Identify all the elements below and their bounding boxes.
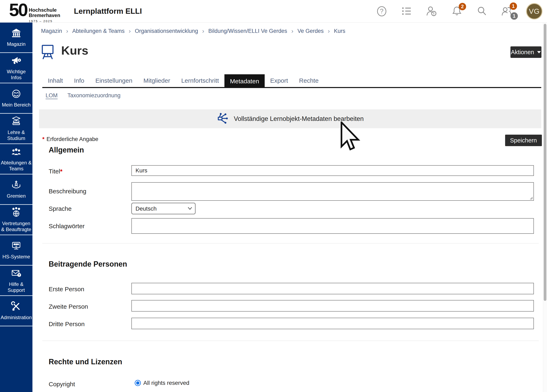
contacts-badge-top: 1 xyxy=(510,2,517,10)
beschreibung-textarea[interactable] xyxy=(131,182,534,201)
edit-full-metadata-label: Vollständige Lernobjekt-Metadaten bearbe… xyxy=(234,115,364,122)
schlagwoerter-input[interactable] xyxy=(131,218,534,234)
section-heading-rechte: Rechte und Lizenzen xyxy=(49,358,122,366)
breadcrumb-item[interactable]: Ve Gerdes xyxy=(298,28,324,34)
breadcrumb-item[interactable]: Kurs xyxy=(334,28,345,34)
metadata-hub-icon xyxy=(217,113,229,125)
monitor-icon xyxy=(11,240,22,252)
tab-metadaten[interactable]: Metadaten xyxy=(225,74,265,88)
tab-info[interactable]: Info xyxy=(68,74,90,87)
sidebar-item-wichtige-infos[interactable]: Wichtige Infos xyxy=(0,53,33,83)
sidebar-item-label: Lehre & Studium xyxy=(0,129,33,141)
notifications-bell-icon[interactable]: 2 xyxy=(451,5,463,17)
books-icon xyxy=(11,116,22,128)
sidebar-item-label: Hilfe & Support xyxy=(0,281,33,293)
sidebar-item-label: Gremien xyxy=(6,193,27,199)
required-asterisk: * xyxy=(42,136,45,142)
search-icon[interactable] xyxy=(476,5,488,17)
breadcrumb-item[interactable]: Magazin xyxy=(41,28,62,34)
copyright-radio-row: All rights reserved xyxy=(135,380,189,386)
vertical-scrollbar[interactable] xyxy=(543,23,547,392)
section-divider xyxy=(42,243,539,243)
sidebar-item-label: HS-Systeme xyxy=(2,254,31,260)
save-button[interactable]: Speichern xyxy=(505,135,542,146)
actions-button[interactable]: Aktionen xyxy=(510,46,541,58)
sidebar-item-mein-bereich[interactable]: Mein Bereich xyxy=(0,83,33,114)
main-sidebar: Magazin Wichtige Infos Mein Bereich xyxy=(0,23,33,392)
copyright-label: Copyright xyxy=(49,381,75,388)
university-logo[interactable]: 50 Hochschule Bremerhaven 1975 – 2025 xyxy=(9,1,60,23)
section-heading-beitragende: Beitragende Personen xyxy=(49,260,127,269)
avatar[interactable]: VG xyxy=(526,3,542,20)
sidebar-item-label: Vertretungen & Beauftragte xyxy=(0,221,33,232)
subtab-taxonomiezuordnung[interactable]: Taxonomiezuordnung xyxy=(68,92,121,99)
chevron-right-icon: › xyxy=(66,27,68,34)
chevron-right-icon: › xyxy=(202,27,204,34)
tab-einstellungen[interactable]: Einstellungen xyxy=(90,74,138,87)
scrollbar-thumb[interactable] xyxy=(544,24,546,301)
breadcrumb-item[interactable]: Bildung/Wissen/ELLI Ve Gerdes xyxy=(208,28,287,34)
svg-text:?: ? xyxy=(18,274,20,277)
sprache-select[interactable]: Deutsch xyxy=(131,203,195,214)
megaphone-icon xyxy=(11,55,22,67)
logo-50: 50 xyxy=(9,1,27,19)
titel-input[interactable] xyxy=(131,165,534,176)
beschreibung-label: Beschreibung xyxy=(49,188,86,195)
logo-line1: Hochschule xyxy=(29,7,57,13)
sidebar-item-administration[interactable]: Administration xyxy=(0,296,33,326)
tab-rechte[interactable]: Rechte xyxy=(294,74,324,87)
todo-list-icon[interactable] xyxy=(401,5,413,17)
edit-full-metadata-banner[interactable]: Vollständige Lernobjekt-Metadaten bearbe… xyxy=(39,109,541,128)
breadcrumb: Magazin › Abteilungen & Teams › Organisa… xyxy=(41,27,345,34)
erste-person-input[interactable] xyxy=(131,283,534,294)
erste-person-label: Erste Person xyxy=(49,286,84,293)
sidebar-item-lehre-studium[interactable]: Lehre & Studium xyxy=(0,114,33,144)
tab-bar: Inhalt Info Einstellungen Mitglieder Ler… xyxy=(42,74,324,88)
logo-years: 1975 – 2025 xyxy=(29,19,60,23)
tab-lernfortschritt[interactable]: Lernfortschritt xyxy=(176,74,225,87)
schlagwoerter-label: Schlagwörter xyxy=(49,223,85,230)
sprache-label: Sprache xyxy=(49,205,72,212)
tab-export[interactable]: Export xyxy=(265,74,294,87)
dritte-person-input[interactable] xyxy=(131,318,534,329)
sidebar-item-hs-systeme[interactable]: HS-Systeme xyxy=(0,235,33,266)
caret-down-icon xyxy=(537,51,541,54)
help-icon[interactable]: ? xyxy=(376,5,388,17)
chevron-right-icon: › xyxy=(328,27,330,34)
course-board-icon xyxy=(41,44,54,60)
sidebar-item-vertretungen[interactable]: Vertretungen & Beauftragte xyxy=(0,205,33,235)
top-header: 50 Hochschule Bremerhaven 1975 – 2025 Le… xyxy=(0,0,547,23)
titel-label-text: Titel xyxy=(49,168,60,175)
zweite-person-input[interactable] xyxy=(131,300,534,311)
titel-label: Titel* xyxy=(49,168,62,175)
sidebar-item-magazin[interactable]: Magazin xyxy=(0,23,33,53)
people-icon xyxy=(11,146,22,158)
section-heading-allgemein: Allgemein xyxy=(49,146,84,154)
sidebar-item-gremien[interactable]: Gremien xyxy=(0,175,33,205)
breadcrumb-item[interactable]: Abteilungen & Teams xyxy=(72,28,125,34)
sidebar-item-label: Wichtige Infos xyxy=(0,69,33,81)
app-title: Lernplattform ELLI xyxy=(74,0,142,23)
breadcrumb-item[interactable]: Organisationsentwicklung xyxy=(135,28,198,34)
tab-inhalt[interactable]: Inhalt xyxy=(42,74,68,87)
sidebar-item-hilfe-support[interactable]: ? Hilfe & Support xyxy=(0,266,33,296)
header-icon-bar: ? 2 xyxy=(376,0,542,23)
tab-mitglieder[interactable]: Mitglieder xyxy=(138,74,176,87)
contacts-icon[interactable]: 1 1 xyxy=(501,5,513,17)
sidebar-item-label: Administration xyxy=(0,315,33,320)
sidebar-item-abteilungen-teams[interactable]: Abteilungen & Teams xyxy=(0,144,33,175)
sidebar-item-label: Mein Bereich xyxy=(1,102,31,108)
subtab-bar: LOM Taxonomiezuordnung xyxy=(46,92,121,99)
dritte-person-label: Dritte Person xyxy=(49,321,85,328)
logo-line2: Bremerhaven xyxy=(29,13,60,18)
sidebar-item-label: Magazin xyxy=(6,41,27,47)
subtab-lom[interactable]: LOM xyxy=(46,92,58,99)
mail-help-icon: ? xyxy=(11,268,22,279)
copyright-radio-label: All rights reserved xyxy=(143,380,189,386)
globe-people-icon xyxy=(11,207,22,219)
section-divider xyxy=(42,341,539,341)
copyright-radio[interactable] xyxy=(135,380,141,386)
zweite-person-label: Zweite Person xyxy=(49,303,88,310)
user-status-icon[interactable] xyxy=(426,5,438,17)
titel-required-asterisk: * xyxy=(60,168,63,175)
